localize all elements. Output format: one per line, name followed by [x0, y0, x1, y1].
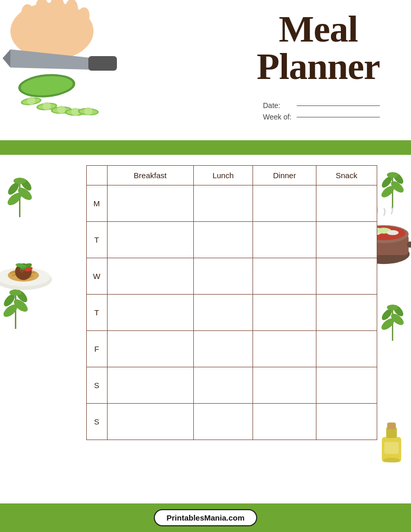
- week-row: Week of:: [263, 113, 380, 121]
- herb-right-mid: [378, 300, 407, 342]
- svg-rect-60: [407, 242, 411, 247]
- meal-cell[interactable]: [316, 222, 377, 258]
- meal-cell[interactable]: [316, 404, 377, 440]
- meal-cell[interactable]: [253, 185, 316, 222]
- meal-cell[interactable]: [193, 404, 253, 440]
- meal-cell[interactable]: [193, 295, 253, 331]
- meal-cell[interactable]: [107, 404, 193, 440]
- svg-point-72: [383, 458, 400, 462]
- title-planner: Planner: [257, 48, 380, 85]
- day-cell-W-2: W: [86, 258, 107, 295]
- svg-marker-7: [3, 49, 10, 68]
- herb-right-top: [378, 168, 407, 209]
- svg-point-66: [387, 304, 399, 310]
- meal-cell[interactable]: [316, 185, 377, 222]
- green-banner: [0, 140, 411, 155]
- meal-cell[interactable]: [107, 185, 193, 222]
- cucumber-illustration: [0, 0, 125, 135]
- svg-point-58: [387, 230, 399, 235]
- meal-cell[interactable]: [107, 222, 193, 258]
- meal-cell[interactable]: [316, 331, 377, 367]
- meal-cell[interactable]: [253, 295, 316, 331]
- footer-badge: PrintablesMania.com: [154, 509, 257, 526]
- meal-cell[interactable]: [316, 295, 377, 331]
- meal-cell[interactable]: [193, 258, 253, 295]
- page: Meal Planner Date: Week of:: [0, 0, 411, 532]
- meal-cell[interactable]: [253, 258, 316, 295]
- table-row: S: [86, 404, 377, 440]
- week-line: [297, 117, 380, 117]
- meal-cell[interactable]: [107, 295, 193, 331]
- col-dinner: Dinner: [253, 166, 316, 185]
- oil-bottle-right: [375, 418, 408, 464]
- col-lunch: Lunch: [193, 166, 253, 185]
- title-area: Meal Planner: [257, 10, 380, 85]
- day-cell-S-5: S: [86, 367, 107, 404]
- svg-point-51: [387, 172, 399, 178]
- planner-container: Breakfast Lunch Dinner Snack MTWTFSS: [86, 165, 377, 440]
- meal-cell[interactable]: [107, 258, 193, 295]
- meal-cell[interactable]: [107, 331, 193, 367]
- day-header-empty: [86, 166, 107, 185]
- meal-cell[interactable]: [316, 367, 377, 404]
- svg-point-31: [14, 178, 26, 184]
- date-row: Date:: [263, 101, 380, 110]
- svg-point-25: [84, 107, 92, 115]
- svg-point-13: [27, 97, 35, 105]
- day-cell-T-1: T: [86, 222, 107, 258]
- table-body: MTWTFSS: [86, 185, 377, 440]
- day-cell-T-3: T: [86, 295, 107, 331]
- food-plate-left: [0, 243, 55, 295]
- herb-left-top: [4, 173, 35, 220]
- meal-cell[interactable]: [193, 222, 253, 258]
- col-snack: Snack: [316, 166, 377, 185]
- meal-cell[interactable]: [253, 222, 316, 258]
- table-row: M: [86, 185, 377, 222]
- date-label: Date:: [263, 101, 297, 110]
- meal-cell[interactable]: [253, 404, 316, 440]
- meal-cell[interactable]: [193, 367, 253, 404]
- svg-rect-70: [387, 422, 396, 429]
- table-row: T: [86, 222, 377, 258]
- meal-cell[interactable]: [253, 367, 316, 404]
- planner-table: Breakfast Lunch Dinner Snack MTWTFSS: [86, 165, 377, 440]
- website-label: PrintablesMania.com: [166, 513, 244, 522]
- col-breakfast: Breakfast: [107, 166, 193, 185]
- footer: PrintablesMania.com: [0, 503, 411, 532]
- main-content: Breakfast Lunch Dinner Snack MTWTFSS: [0, 155, 411, 501]
- svg-point-19: [57, 105, 65, 114]
- meal-cell[interactable]: [253, 331, 316, 367]
- table-row: S: [86, 367, 377, 404]
- date-section: Date: Week of:: [263, 101, 380, 124]
- svg-rect-71: [385, 442, 399, 454]
- table-header-row: Breakfast Lunch Dinner Snack: [86, 166, 377, 185]
- svg-rect-8: [88, 56, 117, 71]
- week-label: Week of:: [263, 113, 297, 121]
- day-cell-F-4: F: [86, 331, 107, 367]
- meal-cell[interactable]: [316, 258, 377, 295]
- table-row: W: [86, 258, 377, 295]
- day-cell-S-6: S: [86, 404, 107, 440]
- date-line: [297, 105, 380, 106]
- table-row: T: [86, 295, 377, 331]
- meal-cell[interactable]: [193, 331, 253, 367]
- meal-cell[interactable]: [193, 185, 253, 222]
- day-cell-M-0: M: [86, 185, 107, 222]
- header: Meal Planner Date: Week of:: [0, 0, 411, 145]
- title-meal: Meal: [257, 10, 380, 48]
- meal-cell[interactable]: [107, 367, 193, 404]
- svg-point-16: [43, 102, 51, 110]
- table-row: F: [86, 331, 377, 367]
